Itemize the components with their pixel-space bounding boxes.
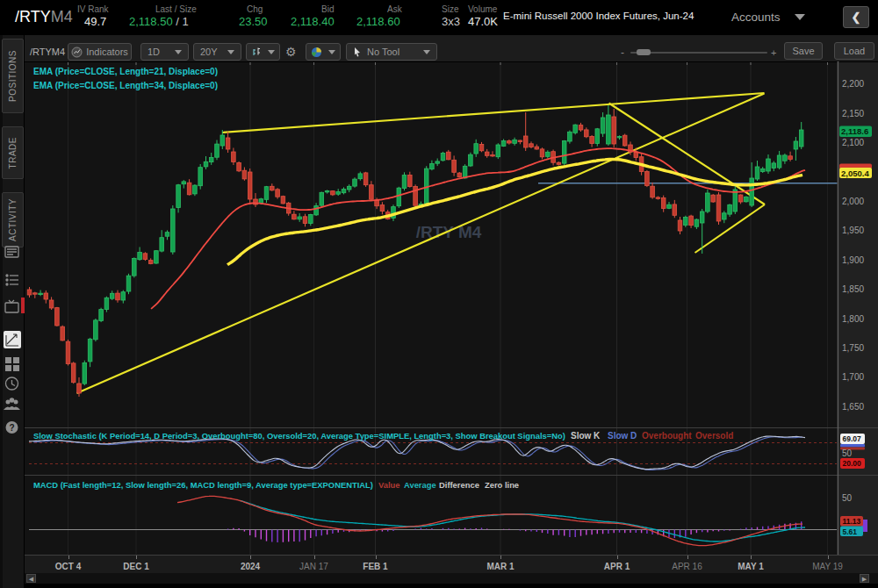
svg-text:1,750: 1,750 — [842, 343, 864, 353]
svg-text:2,000: 2,000 — [842, 197, 864, 206]
svg-text:50: 50 — [842, 448, 853, 458]
svg-text:2,118.6: 2,118.6 — [841, 126, 868, 136]
svg-text:1,950: 1,950 — [842, 226, 864, 235]
svg-text:EMA (Price=CLOSE, Length=34, D: EMA (Price=CLOSE, Length=34, Displace=0) — [33, 81, 218, 90]
svg-text:Slow D: Slow D — [608, 431, 637, 441]
svg-text:11.13: 11.13 — [843, 517, 861, 526]
svg-text:1,900: 1,900 — [842, 255, 864, 265]
svg-text:Average: Average — [404, 480, 436, 490]
svg-text:2,100: 2,100 — [842, 138, 864, 147]
svg-text:Difference: Difference — [439, 480, 479, 490]
svg-text:Slow K: Slow K — [571, 431, 601, 441]
svg-text:1,850: 1,850 — [842, 284, 864, 294]
svg-text:/RTY M4: /RTY M4 — [416, 223, 482, 241]
svg-text:Oversold: Oversold — [695, 431, 733, 441]
svg-text:1,650: 1,650 — [842, 402, 864, 412]
svg-text:5.61: 5.61 — [843, 527, 858, 536]
svg-text:Value: Value — [378, 480, 400, 490]
svg-text:MACD (Fast length=12, Slow len: MACD (Fast length=12, Slow length=26, MA… — [33, 480, 373, 490]
svg-text:50: 50 — [842, 493, 853, 503]
svg-text:Zero line: Zero line — [485, 480, 519, 490]
svg-text:Slow Stochastic (K Period=14,: Slow Stochastic (K Period=14, D Period=3… — [33, 431, 565, 441]
svg-text:?: ? — [9, 423, 14, 433]
svg-text:2,050.4: 2,050.4 — [841, 169, 869, 178]
svg-text:Overbought: Overbought — [642, 431, 692, 441]
svg-text:69.07: 69.07 — [843, 434, 862, 443]
svg-text:1,800: 1,800 — [842, 314, 864, 324]
svg-text:2,150: 2,150 — [842, 109, 864, 118]
svg-text:2,200: 2,200 — [842, 79, 864, 89]
svg-text:1,700: 1,700 — [842, 372, 864, 382]
svg-text:20.00: 20.00 — [843, 459, 862, 468]
svg-text:EMA (Price=CLOSE, Length=21, D: EMA (Price=CLOSE, Length=21, Displace=0) — [33, 67, 218, 76]
